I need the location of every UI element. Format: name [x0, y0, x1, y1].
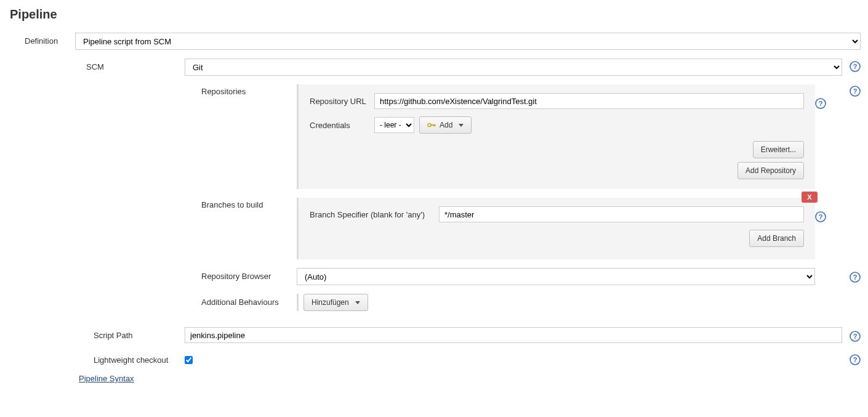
credentials-label: Credentials [310, 121, 374, 130]
help-icon[interactable] [850, 272, 861, 283]
help-icon[interactable] [850, 86, 861, 97]
branch-specifier-label: Branch Specifier (blank for 'any') [310, 210, 439, 219]
add-behaviour-label: Hinzufügen [311, 298, 349, 307]
branches-label: Branches to build [7, 198, 291, 209]
repo-browser-select[interactable]: (Auto) [297, 268, 815, 285]
lightweight-checkout-label: Lightweight checkout [7, 352, 185, 365]
add-repository-button[interactable]: Add Repository [737, 162, 804, 179]
repository-url-label: Repository URL [310, 97, 374, 106]
script-path-input[interactable] [185, 327, 842, 343]
help-icon[interactable] [815, 211, 826, 222]
scm-select[interactable]: Git [185, 59, 842, 76]
delete-branch-button[interactable]: X [802, 192, 818, 203]
section-title: Pipeline [10, 7, 861, 22]
chevron-down-icon [459, 124, 464, 127]
repo-browser-label: Repository Browser [7, 268, 291, 281]
definition-select[interactable]: Pipeline script from SCM [75, 33, 861, 50]
add-branch-button[interactable]: Add Branch [749, 230, 804, 247]
add-credentials-label: Add [440, 121, 452, 129]
pipeline-syntax-link[interactable]: Pipeline Syntax [79, 374, 134, 383]
chevron-down-icon [355, 301, 360, 304]
additional-behaviours-label: Additional Behaviours [7, 294, 291, 307]
add-credentials-button[interactable]: Add [419, 116, 472, 134]
help-icon[interactable] [815, 98, 826, 109]
key-icon [427, 121, 436, 129]
branch-specifier-input[interactable] [439, 206, 804, 222]
advanced-button[interactable]: Erweitert... [753, 141, 804, 158]
add-behaviour-button[interactable]: Hinzufügen [303, 294, 368, 311]
help-icon[interactable] [850, 331, 861, 342]
definition-label: Definition [7, 33, 75, 46]
script-path-label: Script Path [7, 327, 185, 340]
lightweight-checkout-checkbox[interactable] [185, 356, 193, 364]
credentials-select[interactable]: - leer - [374, 117, 414, 133]
repositories-label: Repositories [7, 84, 291, 96]
repository-url-input[interactable] [374, 93, 804, 109]
scm-label: SCM [7, 59, 106, 71]
help-icon[interactable] [850, 61, 861, 72]
help-icon[interactable] [850, 354, 861, 365]
